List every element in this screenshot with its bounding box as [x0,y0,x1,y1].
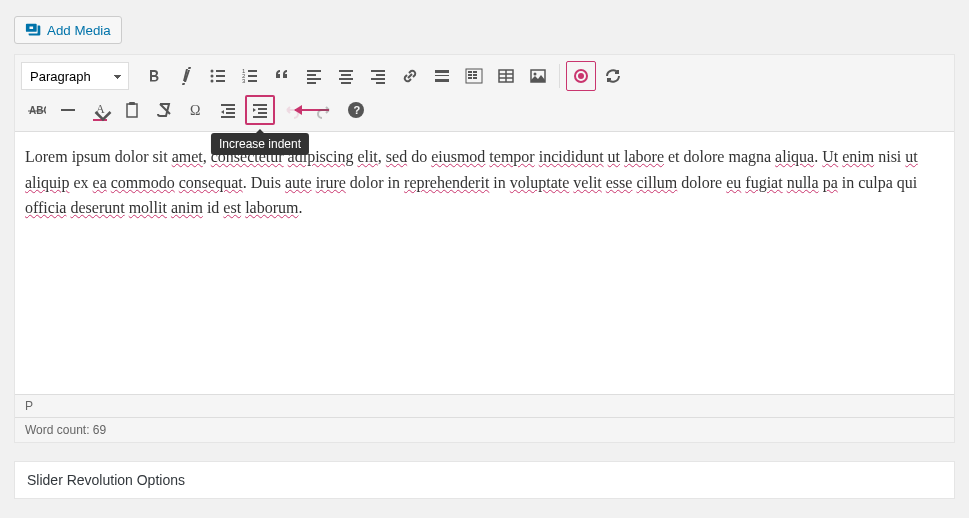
svg-rect-29 [473,71,477,73]
outdent-button[interactable] [213,95,243,125]
svg-rect-52 [258,108,267,110]
svg-rect-4 [216,75,225,77]
tooltip: Increase indent [211,133,309,155]
text-color-button[interactable]: A [85,95,115,125]
svg-rect-21 [376,74,385,76]
word-count: Word count: 69 [15,418,954,442]
add-media-button[interactable]: Add Media [14,16,122,44]
svg-rect-24 [435,70,449,73]
record-button[interactable] [566,61,596,91]
align-center-button[interactable] [331,61,361,91]
clear-format-button[interactable] [149,95,179,125]
svg-point-0 [211,70,214,73]
link-button[interactable] [395,61,425,91]
svg-rect-33 [473,77,477,79]
align-left-button[interactable] [299,61,329,91]
refresh-button[interactable] [598,61,628,91]
svg-rect-20 [371,70,385,72]
add-media-label: Add Media [47,23,111,38]
svg-rect-47 [221,104,235,106]
svg-point-2 [211,80,214,83]
svg-rect-30 [468,74,472,76]
svg-text:Ω: Ω [190,103,200,118]
svg-rect-22 [371,78,385,80]
svg-rect-23 [376,82,385,84]
svg-rect-12 [307,70,321,72]
svg-rect-26 [435,79,449,82]
svg-rect-49 [226,112,235,114]
svg-rect-13 [307,74,316,76]
editor: Paragraph 123 AB [14,54,955,443]
svg-rect-19 [341,82,351,84]
svg-rect-32 [468,77,472,79]
separator [559,64,560,88]
svg-point-39 [534,73,537,76]
image-button[interactable] [523,61,553,91]
toolbar: Paragraph 123 AB [15,55,954,132]
svg-rect-51 [253,104,267,106]
svg-rect-3 [216,70,225,72]
svg-rect-15 [307,82,316,84]
horizontal-rule-button[interactable] [53,95,83,125]
svg-rect-16 [339,70,353,72]
svg-text:?: ? [354,104,361,116]
special-char-button[interactable]: Ω [181,95,211,125]
bullet-list-button[interactable] [203,61,233,91]
svg-rect-5 [216,80,225,82]
svg-rect-28 [468,71,472,73]
editor-content[interactable]: Lorem ipsum dolor sit amet, consectetur … [15,132,954,394]
italic-button[interactable] [171,61,201,91]
numbered-list-button[interactable]: 123 [235,61,265,91]
undo-button[interactable] [277,95,307,125]
svg-point-1 [211,75,214,78]
indent-button[interactable]: Increase indent [245,95,275,125]
svg-rect-11 [248,80,257,82]
status-bar: P Word count: 69 [15,394,954,442]
bold-button[interactable] [139,61,169,91]
record-icon [574,69,588,83]
svg-rect-44 [127,104,137,117]
svg-rect-10 [248,75,257,77]
svg-rect-18 [339,78,353,80]
paste-button[interactable] [117,95,147,125]
media-icon [25,21,43,39]
align-right-button[interactable] [363,61,393,91]
element-path[interactable]: P [15,395,954,418]
help-button[interactable]: ? [341,95,371,125]
svg-rect-14 [307,78,321,80]
format-select[interactable]: Paragraph [21,62,129,90]
svg-rect-31 [473,74,477,76]
svg-rect-54 [253,116,267,118]
svg-rect-45 [129,102,135,105]
panel-title: Slider Revolution Options [27,472,185,488]
paragraph: Lorem ipsum dolor sit amet, consectetur … [25,144,944,221]
toolbar-toggle-button[interactable] [459,61,489,91]
strikethrough-button[interactable]: ABC [21,95,51,125]
svg-rect-9 [248,70,257,72]
svg-rect-42 [61,109,75,111]
redo-button[interactable] [309,95,339,125]
svg-rect-50 [221,116,235,118]
svg-text:3: 3 [242,78,246,84]
svg-rect-25 [435,75,449,76]
read-more-button[interactable] [427,61,457,91]
svg-rect-48 [226,108,235,110]
svg-rect-53 [258,112,267,114]
table-button[interactable] [491,61,521,91]
slider-revolution-panel[interactable]: Slider Revolution Options [14,461,955,499]
svg-rect-17 [341,74,351,76]
blockquote-button[interactable] [267,61,297,91]
